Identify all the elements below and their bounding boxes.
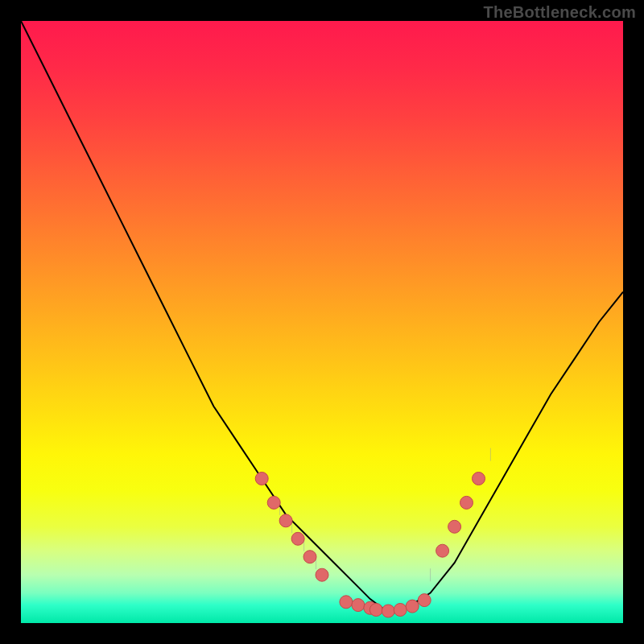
data-marker [406,600,419,613]
bottleneck-curve [21,21,623,611]
data-marker [291,532,304,545]
data-marker [267,496,280,509]
data-marker [279,514,292,527]
data-marker [340,596,353,609]
data-marker [316,568,328,581]
chart-overlay [21,21,623,623]
data-marker [352,599,365,612]
data-marker [382,605,394,617]
data-marker [418,594,431,607]
data-marker [255,473,268,485]
watermark-text: TheBottleneck.com [483,3,636,22]
data-markers [255,473,485,618]
data-marker [394,604,407,617]
data-marker [303,551,316,564]
data-marker [460,496,473,509]
data-marker [369,604,382,617]
data-marker [448,520,461,533]
data-marker [436,544,449,557]
data-marker [473,473,485,485]
